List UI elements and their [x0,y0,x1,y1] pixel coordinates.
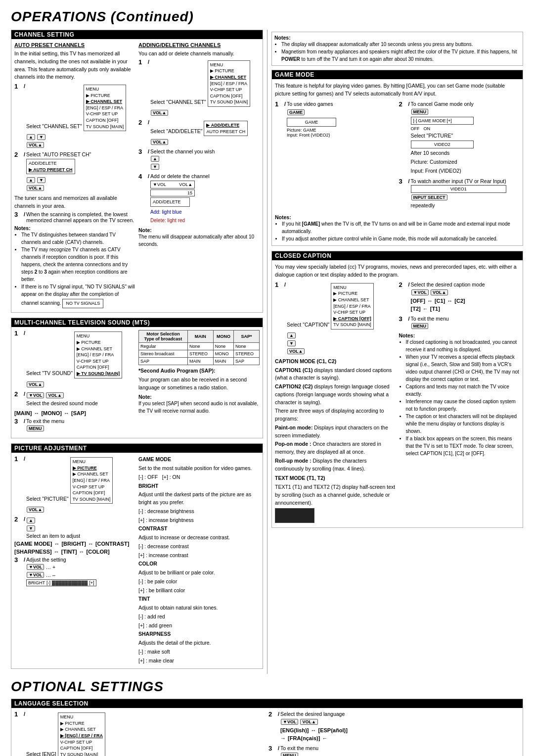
lang-vol-up-btn[interactable]: VOL▲ [300,719,317,725]
mts-vol-btn[interactable]: VOL▲ [27,381,44,387]
video1-screen: VIDEO1 [411,185,506,193]
pic-ch-dn-btn[interactable]: ▼ [27,525,35,531]
closed-caption-section: CLOSED CAPTION You may view specially la… [271,251,523,528]
mts-steps-col: 1/ Select "TV SOUND" MENU ▶ PICTURE ▶ CH… [14,330,135,435]
game-screen: GAME [287,118,336,127]
add-note: Note: The menu will disappear automatica… [138,227,260,248]
cc-vol-dn-btn[interactable]: ▼VOL [411,289,429,295]
lang-menu-btn[interactable]: MENU [281,753,298,756]
lang-row1: [ENG(lish)] ↔ [ESP(añol)] [280,727,348,733]
language-selection-section: LANGUAGE SELECTION 1/ Select [ENG] MENU … [11,699,523,756]
auto-preset-subsection: AUTO PRESET CHANNELS In the initial sett… [14,42,135,309]
add-delete-intro: You can add or delete channels manually. [138,50,260,58]
cc-ch-up-btn[interactable]: ▲ [287,332,296,338]
lang-step3: 3/ To exit the menu MENU [268,745,520,756]
cc-step2: 2/ Select the desired caption mode ▼VOL … [399,282,520,314]
menu-picture: MENU ▶ PICTURE ▶ CHANNEL SET [ENG] / ESP… [70,457,113,504]
picture-adjustment-section: PICTURE ADJUSTMENT 1/ Select "PICTURE" M… [11,443,263,669]
mts-step1: 1/ Select "TV SOUND" MENU ▶ PICTURE ▶ CH… [14,330,135,388]
menu-btn[interactable]: MENU [27,425,44,431]
auto-preset-notes: Notes: The TV distinguishes between stan… [14,225,135,310]
lang-vol-dn-btn[interactable]: ▼VOL [281,719,298,725]
text-mode-screen [275,508,314,523]
cc-step3: 3/ To exit the menu MENU [399,316,520,331]
page-title: OPERATIONS (Continued) [11,9,523,25]
game-mode-label: GAME MODE [138,456,260,464]
pic-step1: 1/ Select "PICTURE" MENU ▶ PICTURE ▶ CHA… [14,456,135,514]
cc-intro: You may view specially labeled (cc) TV p… [275,263,520,279]
auto-preset-step1: 1/ Select "CHANNEL SET" MENU ▶ PICTURE ▶… [14,83,135,149]
pic-vol-dn-btn[interactable]: ▼VOL [27,564,44,570]
vol-up-btn2[interactable]: VOL▲ [46,392,63,398]
mts-table: Motor SelectionType of broadcast MAIN MO… [138,330,260,365]
mts-mode-row: [MAIN] ↔ [MONO] ↔ [SAP] [14,410,135,416]
mts-step2: 2/ ▼VOL VOL▲ Select the desired sound mo… [14,391,135,409]
pic-step3: 3/ Adjust the setting ▼VOL … + ▼VOL … – [14,557,135,586]
cc-notes: Notes: If closed captioning is not broad… [399,332,520,457]
menu-channel-set: MENU ▶ PICTURE ▶ CHANNEL SET [ENG] / ESP… [84,85,127,131]
ch-up3-btn[interactable]: ▲ [151,156,159,162]
vol2-btn[interactable]: VOL▲ [27,185,44,191]
top-notes: Notes: The display will disappear automa… [271,32,523,66]
menu-tv-sound: MENU ▶ PICTURE ▶ CHANNEL SET [ENG] / ESP… [74,331,123,378]
cc-menu-btn[interactable]: MENU [411,323,429,329]
picture-adjustment-header: PICTURE ADJUSTMENT [11,444,263,453]
add-vol-btn[interactable]: VOL▲ [151,110,168,116]
menu-lang: MENU ▶ PICTURE ▶ CHANNEL SET ▶ [ENG] / E… [58,712,105,756]
pic-vol-up-btn[interactable]: ▼VOL [27,572,44,578]
ch-dn-btn[interactable]: ▼ [37,134,45,140]
step1-label: Select "CHANNEL SET" [26,123,82,129]
mts-step3: 3/ To exit the menu MENU [14,418,135,433]
pic-adj-steps: 1/ Select "PICTURE" MENU ▶ PICTURE ▶ CHA… [14,456,135,665]
mts-header: MULTI-CHANNEL TELEVISION SOUND (MTS) [11,318,263,327]
game-mode-header: GAME MODE [272,70,523,79]
contrast-label: CONTRAST [138,525,260,533]
menu-caption: MENU ▶ PICTURE ▶ CHANNEL SET [ENG] / ESP… [331,283,374,330]
optional-settings-title: OPTIONAL SETTINGS [11,679,523,695]
language-selection-header: LANGUAGE SELECTION [11,699,523,708]
cc-ch-dn-btn[interactable]: ▼ [287,340,296,346]
game-step1: 1/ To use video games GAME GAME Picture:… [275,101,396,138]
vol-up-btn[interactable]: VOL▲ [27,142,44,148]
pic-adj-items: GAME MODE Set to the most suitable posit… [138,456,260,665]
vol-dn-btn[interactable]: ▼VOL [27,392,44,398]
input-select-btn[interactable]: INPUT SELECT [411,194,447,200]
tuner-scan-text: The tuner scans and memorizes all availa… [14,194,135,210]
game-step3: 3/ To watch another input (TV or Rear In… [399,178,520,211]
ch-dn2-btn[interactable]: ▼ [37,177,45,183]
cc-vol-up-btn[interactable]: VOL▲ [431,289,448,295]
game-mode-step2-col: 2/ To cancel Game mode only MENU [-] GAM… [399,101,520,213]
menu-add-channel-set: MENU ▶ PICTURE ▶ CHANNEL SET [ENG] / ESP… [208,60,251,107]
pic-ch-up-btn[interactable]: ▲ [27,518,35,523]
text-mode-text: TEXT1 (T1) and TEXT2 (T2) display half-s… [275,483,396,507]
mts-section: MULTI-CHANNEL TELEVISION SOUND (MTS) 1/ … [11,318,263,438]
lang-row2: → [FRA(nçais)] ← [280,735,348,741]
auto-preset-intro: In the initial setting, this TV has memo… [14,50,135,81]
channel-setting-header: CHANNEL SETTING [11,30,263,39]
cc-caption-row1: [OFF] ↔ [C1] ↔ [C2] [411,298,485,304]
game-mode-step1-col: 1/ To use video games GAME GAME Picture:… [275,101,396,213]
menu-add-delete2: ADD/DELETE [150,197,190,207]
pic-vol-btn[interactable]: VOL▲ [27,507,44,513]
video2-screen: VIDEO2 [411,141,474,148]
select-picture: Select "PICTURE" [411,132,474,140]
add-vol2-btn[interactable]: VOL▲ [151,139,168,145]
add-step1: 1/ Select "CHANNEL SET" MENU ▶ PICTURE ▶… [138,59,260,117]
ch-up-btn[interactable]: ▲ [27,134,35,140]
ch-up2-btn[interactable]: ▲ [27,177,35,183]
no-tv-signals-screen: NO TV SIGNALS [62,299,103,309]
lang-step1: 1/ Select [ENG] MENU ▶ PICTURE ▶ CHANNEL… [14,711,266,756]
sap-title: *Second Audio Program (SAP): [138,367,260,375]
ch-dn3-btn[interactable]: ▼ [151,164,159,170]
game-mode-section: GAME MODE This feature is helpful for pl… [271,70,523,246]
game-btn[interactable]: GAME [287,109,305,115]
add-delete-title: ADDING/DELETING CHANNELS [138,42,260,48]
cc-vol-btn[interactable]: VOL▲ [287,348,305,354]
pic-step2: 2/ ▲ ▼ Select an item to adjust [14,516,135,539]
pic-mode-row2: [SHARPNESS] ↔ [TINT] ↔ [COLOR] [14,549,135,555]
game-menu-btn[interactable]: MENU [411,109,429,115]
add-step2: 2/ Select "ADD/DELETE" ▶ ADD/DELETE AUTO… [138,119,260,146]
cc-caption-row2: [T2] ← [T1] [411,306,485,312]
auto-preset-title: AUTO PRESET CHANNELS [14,42,135,48]
caption-mode-title: CAPTION MODE (C1, C2) [275,358,396,366]
